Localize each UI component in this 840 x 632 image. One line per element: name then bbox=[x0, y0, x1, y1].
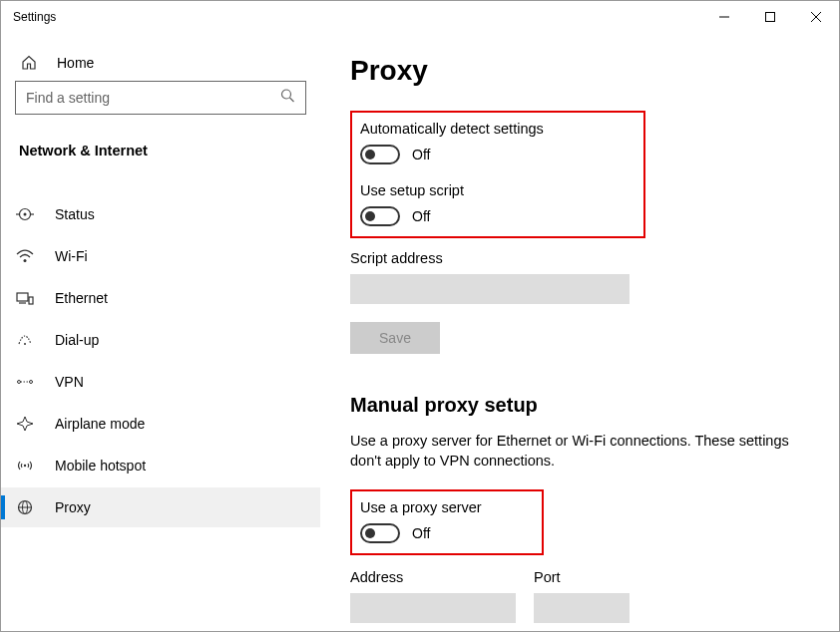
setup-script-toggle[interactable] bbox=[360, 206, 400, 226]
window-title: Settings bbox=[13, 10, 701, 24]
category-title: Network & Internet bbox=[1, 115, 320, 172]
sidebar-item-hotspot[interactable]: Mobile hotspot bbox=[1, 446, 320, 485]
script-address-input bbox=[350, 274, 630, 304]
main: Proxy Automatically detect settings Off … bbox=[320, 33, 839, 631]
page-title: Proxy bbox=[350, 55, 799, 87]
sidebar-item-label: Proxy bbox=[55, 499, 91, 515]
setup-script-state: Off bbox=[412, 208, 430, 224]
svg-rect-11 bbox=[17, 293, 28, 301]
search-wrap bbox=[1, 81, 320, 115]
port-label: Port bbox=[534, 569, 630, 585]
svg-point-16 bbox=[30, 381, 33, 384]
svg-rect-1 bbox=[766, 13, 775, 22]
close-button[interactable] bbox=[793, 1, 839, 33]
use-proxy-toggle-row: Off bbox=[360, 523, 482, 543]
search-input[interactable] bbox=[26, 90, 271, 106]
svg-point-9 bbox=[24, 213, 27, 216]
sidebar-item-label: Airplane mode bbox=[55, 416, 145, 432]
sidebar-item-label: Wi-Fi bbox=[55, 248, 88, 264]
use-proxy-state: Off bbox=[412, 525, 430, 541]
address-col: Address bbox=[350, 557, 516, 623]
search-icon bbox=[280, 89, 295, 108]
hotspot-icon bbox=[15, 459, 35, 473]
svg-point-14 bbox=[24, 343, 26, 345]
settings-window: Settings Home Network & Internet bbox=[0, 0, 840, 632]
sidebar-item-status[interactable]: Status bbox=[1, 194, 320, 234]
vpn-icon bbox=[15, 375, 35, 389]
toggle-knob bbox=[365, 528, 375, 538]
sidebar-item-ethernet[interactable]: Ethernet bbox=[1, 278, 320, 318]
svg-point-4 bbox=[282, 90, 291, 99]
home-icon bbox=[19, 55, 39, 71]
sidebar-item-label: VPN bbox=[55, 374, 84, 390]
svg-point-10 bbox=[24, 259, 27, 262]
svg-point-15 bbox=[18, 381, 21, 384]
address-label: Address bbox=[350, 569, 516, 585]
maximize-button[interactable] bbox=[747, 1, 793, 33]
home-link[interactable]: Home bbox=[1, 45, 320, 81]
content: Home Network & Internet Status Wi-Fi bbox=[1, 33, 839, 631]
manual-description: Use a proxy server for Ethernet or Wi-Fi… bbox=[350, 431, 789, 472]
sidebar-item-label: Status bbox=[55, 206, 95, 222]
status-icon bbox=[15, 207, 35, 221]
script-address-label: Script address bbox=[350, 250, 799, 266]
highlight-box-auto: Automatically detect settings Off Use se… bbox=[350, 111, 645, 238]
port-input bbox=[534, 593, 630, 623]
use-proxy-label: Use a proxy server bbox=[360, 499, 482, 515]
search-box[interactable] bbox=[15, 81, 306, 115]
auto-detect-label: Automatically detect settings bbox=[360, 121, 544, 137]
port-col: Port bbox=[534, 557, 630, 623]
auto-detect-toggle[interactable] bbox=[360, 145, 400, 164]
address-port-row: Address Port bbox=[350, 557, 799, 623]
sidebar-item-airplane[interactable]: Airplane mode bbox=[1, 404, 320, 444]
sidebar-item-dialup[interactable]: Dial-up bbox=[1, 320, 320, 360]
save-button: Save bbox=[350, 322, 440, 354]
setup-script-label: Use setup script bbox=[360, 182, 544, 198]
ethernet-icon bbox=[15, 291, 35, 305]
airplane-icon bbox=[15, 416, 35, 432]
sidebar-item-vpn[interactable]: VPN bbox=[1, 362, 320, 402]
minimize-button[interactable] bbox=[701, 1, 747, 33]
sidebar-item-proxy[interactable]: Proxy bbox=[1, 487, 320, 527]
svg-rect-13 bbox=[29, 297, 33, 304]
sidebar-item-label: Mobile hotspot bbox=[55, 458, 146, 474]
sidebar-item-label: Ethernet bbox=[55, 290, 108, 306]
address-input bbox=[350, 593, 516, 623]
proxy-icon bbox=[15, 499, 35, 515]
sidebar: Home Network & Internet Status Wi-Fi bbox=[1, 33, 320, 631]
highlight-box-proxy: Use a proxy server Off bbox=[350, 489, 544, 555]
home-label: Home bbox=[57, 55, 94, 71]
sidebar-item-label: Dial-up bbox=[55, 332, 99, 348]
titlebar: Settings bbox=[1, 1, 839, 33]
wifi-icon bbox=[15, 249, 35, 263]
svg-point-18 bbox=[24, 465, 26, 467]
toggle-knob bbox=[365, 211, 375, 221]
sidebar-item-wifi[interactable]: Wi-Fi bbox=[1, 236, 320, 276]
auto-detect-state: Off bbox=[412, 147, 430, 162]
use-proxy-toggle[interactable] bbox=[360, 523, 400, 543]
nav-list: Status Wi-Fi Ethernet Dial-up VPN bbox=[1, 194, 320, 527]
window-controls bbox=[701, 1, 839, 33]
setup-script-toggle-row: Off bbox=[360, 206, 544, 226]
dialup-icon bbox=[15, 333, 35, 347]
manual-section-title: Manual proxy setup bbox=[350, 394, 799, 417]
svg-line-5 bbox=[290, 98, 294, 102]
toggle-knob bbox=[365, 150, 375, 159]
auto-detect-toggle-row: Off bbox=[360, 145, 544, 164]
